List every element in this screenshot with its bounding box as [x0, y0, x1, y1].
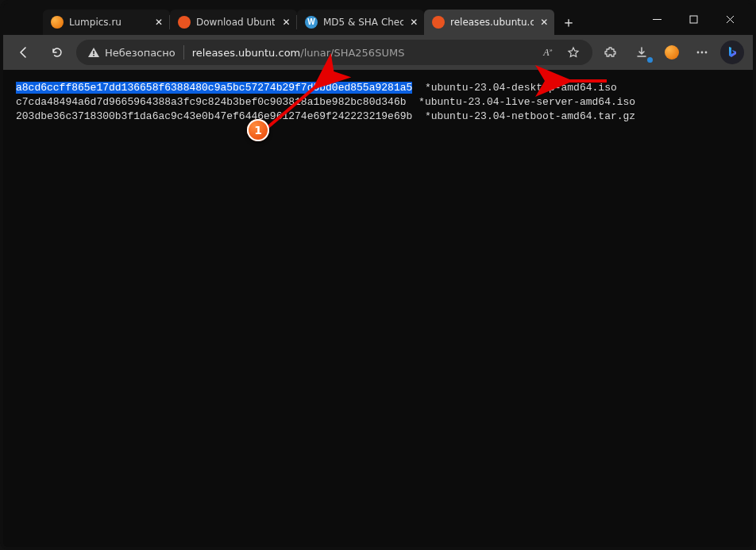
maximize-icon [689, 15, 698, 24]
url-text: releases.ubuntu.com/lunar/SHA256SUMS [192, 47, 529, 59]
minimize-icon [653, 15, 662, 24]
close-tab-icon[interactable]: ✕ [152, 16, 165, 29]
extension-orange-button[interactable] [658, 39, 686, 66]
address-bar[interactable]: Небезопасно releases.ubuntu.com/lunar/SH… [76, 40, 592, 65]
downloads-icon [634, 45, 649, 60]
sha-row-2: c7cda48494a6d7d9665964388a3fc9c824b3bef0… [16, 95, 740, 110]
svg-point-3 [697, 52, 700, 54]
tab-favicon-wordpress: W [305, 16, 318, 29]
svg-rect-2 [93, 55, 94, 56]
page-content[interactable]: a8cd6ccff865e17dd136658f6388480c9a5bc572… [3, 70, 753, 547]
sha-hash: c7cda48494a6d7d9665964388a3fc9c824b3bef0… [16, 96, 406, 108]
extensions-icon [604, 45, 619, 60]
sha-file: *ubuntu-23.04-netboot-amd64.tar.gz [425, 110, 635, 122]
ellipsis-icon [695, 45, 709, 60]
downloads-button[interactable] [627, 39, 656, 66]
back-icon [17, 45, 31, 60]
url-host: releases.ubuntu.com [192, 47, 301, 59]
url-path: /lunar/SHA256SUMS [300, 47, 404, 59]
reload-button[interactable] [43, 39, 71, 66]
tab-title: releases.ubuntu.co… [450, 17, 534, 28]
tab-favicon-ubuntu [432, 16, 445, 29]
tab-strip: Lumpics.ru ✕ Download Ubuntu ✕ W MD5 & S… [3, 3, 753, 35]
sha-hash-selected: a8cd6ccff865e17dd136658f6388480c9a5bc572… [16, 82, 412, 94]
bing-icon [720, 40, 744, 64]
svg-point-5 [705, 52, 708, 54]
close-icon [726, 15, 735, 24]
window-controls [638, 3, 748, 35]
extensions-button[interactable] [597, 39, 626, 66]
security-indicator[interactable]: Небезопасно [87, 46, 176, 59]
sha-file: *ubuntu-23.04-desktop-amd64.iso [425, 82, 617, 94]
tab-favicon-ubuntu [178, 16, 191, 29]
bing-sidebar-button[interactable] [718, 39, 746, 66]
tab-lumpics[interactable]: Lumpics.ru ✕ [43, 10, 170, 35]
tab-actions-placeholder [11, 3, 43, 35]
back-button[interactable] [10, 39, 38, 66]
close-tab-icon[interactable]: ✕ [280, 16, 292, 29]
tab-favicon-orange [51, 16, 64, 29]
tab-title: Download Ubuntu [196, 17, 275, 28]
download-badge [647, 57, 653, 63]
sha-row-1: a8cd6ccff865e17dd136658f6388480c9a5bc572… [16, 81, 740, 95]
browser-window: Lumpics.ru ✕ Download Ubuntu ✕ W MD5 & S… [0, 0, 756, 550]
favorite-button[interactable] [562, 41, 584, 63]
toolbar: Небезопасно releases.ubuntu.com/lunar/SH… [3, 35, 753, 70]
warning-icon [87, 46, 100, 59]
menu-button[interactable] [688, 39, 716, 66]
new-tab-button[interactable]: ＋ [556, 10, 581, 35]
reload-icon [50, 45, 64, 60]
close-tab-icon[interactable]: ✕ [409, 16, 419, 29]
tab-releases-ubuntu[interactable]: releases.ubuntu.co… ✕ [424, 10, 554, 35]
orange-icon [665, 45, 679, 60]
svg-point-4 [701, 52, 704, 54]
divider [183, 45, 184, 60]
security-label: Небезопасно [105, 47, 176, 59]
svg-rect-1 [93, 51, 94, 54]
tab-title: Lumpics.ru [69, 17, 147, 28]
reader-icon: A» [543, 46, 552, 59]
reader-mode-button[interactable]: A» [537, 41, 559, 63]
tab-md5-sha-check[interactable]: W MD5 & SHA Check… ✕ [297, 10, 424, 35]
sha-row-3: 203dbe36c3718300b3f1da6ac9c43e0b47ef6446… [16, 110, 740, 124]
svg-rect-0 [690, 16, 697, 23]
tab-download-ubuntu[interactable]: Download Ubuntu ✕ [170, 10, 297, 35]
star-icon [567, 46, 580, 59]
tab-title: MD5 & SHA Check… [323, 17, 403, 28]
close-tab-icon[interactable]: ✕ [539, 16, 550, 29]
close-window-button[interactable] [712, 3, 748, 35]
omnibox-actions: A» [537, 41, 584, 63]
sha-hash: 203dbe36c3718300b3f1da6ac9c43e0b47ef6446… [16, 110, 412, 122]
sha-file: *ubuntu-23.04-live-server-amd64.iso [418, 96, 635, 108]
minimize-button[interactable] [638, 3, 675, 35]
maximize-button[interactable] [675, 3, 712, 35]
